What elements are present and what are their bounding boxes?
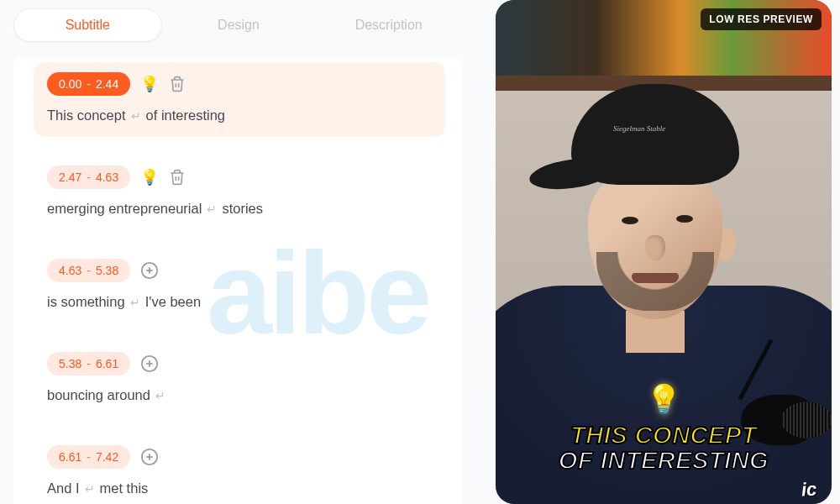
card-header: 4.63 - 5.38 (47, 259, 432, 282)
text-part[interactable]: I've been (145, 294, 201, 310)
time-end: 2.44 (96, 77, 118, 91)
subtitle-card[interactable]: 2.47 - 4.63 💡 emerging entrepreneurial ↵… (34, 155, 445, 230)
subtitle-text[interactable]: bouncing around ↵ (47, 387, 432, 403)
caption-lightbulb-icon: 💡 (496, 382, 832, 416)
card-header: 6.61 - 7.42 (47, 445, 432, 469)
line-break-icon[interactable]: ↵ (207, 202, 217, 216)
time-separator: - (87, 77, 91, 91)
video-preview[interactable]: LOW RES PREVIEW Siegelman Stable 💡 THIS … (496, 0, 832, 504)
tab-description[interactable]: Description (315, 9, 462, 41)
time-range-pill[interactable]: 2.47 - 4.63 (47, 165, 130, 189)
line-break-icon[interactable]: ↵ (155, 389, 165, 402)
card-header: 0.00 - 2.44 💡 (47, 72, 432, 96)
time-start: 4.63 (59, 264, 81, 277)
text-part[interactable]: And I (47, 480, 80, 496)
tab-design[interactable]: Design (165, 9, 312, 41)
time-range-pill[interactable]: 5.38 - 6.61 (47, 352, 130, 375)
text-part[interactable]: emerging entrepreneurial (47, 201, 202, 217)
subtitle-text[interactable]: This concept ↵ of interesting (47, 108, 432, 123)
card-header: 2.47 - 4.63 💡 (47, 165, 432, 189)
text-part[interactable]: This concept (47, 108, 126, 123)
subtitle-text[interactable]: emerging entrepreneurial ↵ stories (47, 201, 432, 217)
add-icon[interactable] (140, 354, 159, 373)
card-header: 5.38 - 6.61 (47, 352, 432, 375)
add-icon[interactable] (140, 448, 159, 466)
caption-overlay: 💡 THIS CONCEPT OF INTERESTING (496, 382, 832, 474)
time-end: 5.38 (96, 264, 118, 277)
time-separator: - (87, 450, 91, 464)
caption-line-highlight: THIS CONCEPT (496, 423, 832, 449)
subtitle-list[interactable]: aibe 0.00 - 2.44 💡 This concept ↵ of int… (13, 57, 462, 504)
time-start: 2.47 (59, 171, 81, 184)
add-icon[interactable] (140, 261, 159, 280)
subtitle-card[interactable]: 0.00 - 2.44 💡 This concept ↵ of interest… (34, 62, 445, 137)
tab-bar: Subtitle Design Description (13, 0, 462, 57)
subtitle-card[interactable]: 5.38 - 6.61 bouncing around ↵ (34, 342, 445, 417)
subtitle-text[interactable]: is something ↵ I've been (47, 294, 432, 310)
tab-subtitle[interactable]: Subtitle (13, 8, 162, 42)
delete-icon[interactable] (169, 169, 186, 186)
text-part[interactable]: is something (47, 294, 125, 310)
text-part[interactable]: met this (100, 480, 149, 496)
time-end: 4.63 (96, 171, 118, 184)
subtitle-card[interactable]: 6.61 - 7.42 And I ↵ met this (34, 435, 445, 504)
text-part[interactable]: of interesting (146, 108, 225, 123)
subtitle-text[interactable]: And I ↵ met this (47, 480, 432, 496)
corner-watermark: ic (801, 478, 817, 501)
time-start: 0.00 (59, 77, 81, 91)
lightbulb-icon[interactable]: 💡 (140, 170, 159, 185)
time-range-pill[interactable]: 6.61 - 7.42 (47, 445, 130, 469)
preview-quality-badge: LOW RES PREVIEW (701, 8, 822, 30)
time-separator: - (87, 357, 91, 370)
time-start: 5.38 (59, 357, 81, 370)
cap-embroidery-text: Siegelman Stable (613, 124, 665, 133)
time-separator: - (87, 171, 91, 184)
time-range-pill[interactable]: 4.63 - 5.38 (47, 259, 130, 282)
line-break-icon[interactable]: ↵ (131, 109, 141, 123)
delete-icon[interactable] (169, 76, 186, 92)
preview-person-face: Siegelman Stable (546, 109, 764, 361)
time-start: 6.61 (59, 450, 81, 464)
line-break-icon[interactable]: ↵ (85, 482, 95, 496)
time-end: 7.42 (96, 450, 118, 464)
lightbulb-icon[interactable]: 💡 (140, 76, 159, 92)
text-part[interactable]: bouncing around (47, 387, 150, 403)
text-part[interactable]: stories (222, 201, 263, 217)
time-range-pill[interactable]: 0.00 - 2.44 (47, 72, 130, 96)
editor-panel: Subtitle Design Description aibe 0.00 - … (13, 0, 462, 504)
time-separator: - (87, 264, 91, 277)
line-break-icon[interactable]: ↵ (130, 296, 140, 309)
time-end: 6.61 (96, 357, 118, 370)
subtitle-card[interactable]: 4.63 - 5.38 is something ↵ I've been (34, 249, 445, 323)
caption-line: OF INTERESTING (496, 448, 832, 474)
